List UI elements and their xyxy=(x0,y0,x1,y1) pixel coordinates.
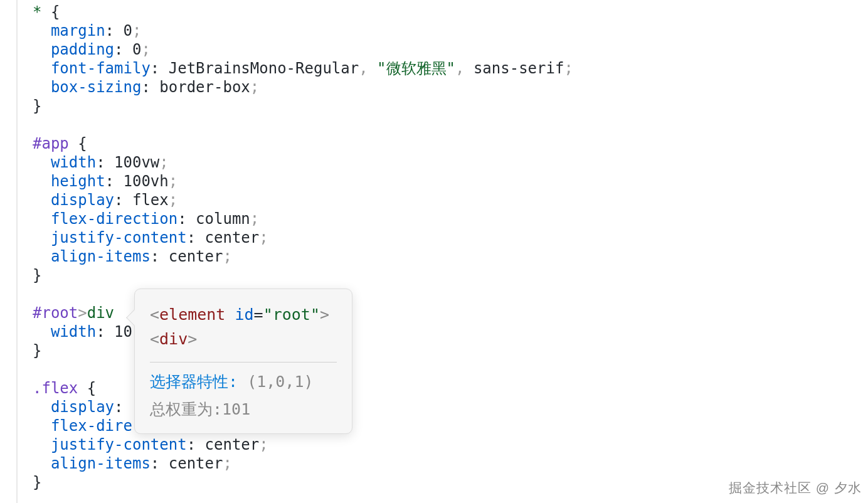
selector-hover-tooltip: <element id="root"> <div> 选择器特性: (1,0,1)… xyxy=(134,289,352,434)
watermark: 掘金技术社区 @ 夕水 xyxy=(729,479,862,497)
css-property: padding xyxy=(51,41,114,58)
css-property: height xyxy=(51,172,105,190)
css-property: margin xyxy=(51,22,105,40)
css-property: width xyxy=(51,154,96,171)
css-property: justify-content xyxy=(51,436,187,453)
css-property: display xyxy=(51,398,114,416)
css-property: flex-dire xyxy=(51,417,132,435)
selector-universal: * xyxy=(33,3,41,21)
css-property: align-items xyxy=(51,248,151,265)
selector-id-root: #root xyxy=(33,304,78,322)
css-property: display xyxy=(51,191,114,209)
tooltip-divider xyxy=(150,362,337,363)
css-property: flex-direction xyxy=(51,210,177,228)
selector-tag-div: div xyxy=(87,304,114,322)
css-property: width xyxy=(51,323,96,341)
css-property: font-family xyxy=(51,60,151,77)
css-property: box-sizing xyxy=(51,78,142,96)
css-property: align-items xyxy=(51,455,151,472)
tooltip-specificity: 选择器特性: (1,0,1) xyxy=(150,370,337,394)
tooltip-div-line: <div> xyxy=(150,327,337,352)
selector-class-flex: .flex xyxy=(33,379,78,397)
css-property: justify-content xyxy=(51,229,187,246)
tooltip-element-line: <element id="root"> xyxy=(150,303,337,327)
selector-id-app: #app xyxy=(33,135,69,152)
tooltip-weight: 总权重为:101 xyxy=(150,398,337,422)
